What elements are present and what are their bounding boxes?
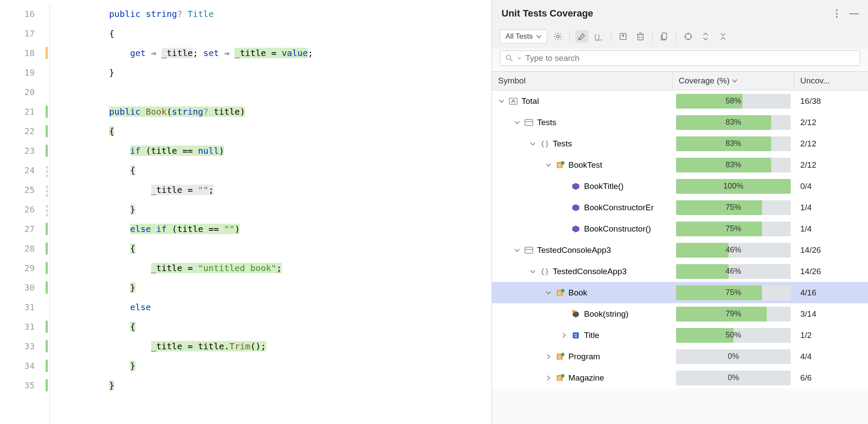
copy-icon[interactable] (658, 30, 671, 43)
code-line[interactable]: _title = "untitled book"; (67, 258, 492, 278)
uncovered-cell: 3/14 (794, 309, 868, 319)
collapse-all-icon[interactable] (716, 30, 729, 43)
coverage-bar: 100% (676, 179, 791, 194)
tree-row[interactable]: CBookTest83%2/12 (492, 154, 868, 176)
chevron-right-icon[interactable] (545, 375, 552, 381)
code-line[interactable]: else if (title == "") (67, 219, 492, 239)
chevron-placeholder (561, 224, 568, 234)
uncovered-cell: 14/26 (794, 245, 868, 255)
code-line[interactable]: { (67, 161, 492, 180)
code-line[interactable]: _title = ""; (67, 180, 492, 200)
tree-row[interactable]: {}TestedConsoleApp346%14/26 (492, 261, 868, 282)
line-number: 33 (0, 337, 35, 356)
code-line[interactable]: { (67, 239, 492, 258)
line-number: 27 (0, 219, 35, 239)
chevron-placeholder (561, 309, 568, 319)
coverage-bar: 75% (676, 222, 791, 236)
code-line[interactable]: { (67, 122, 492, 141)
col-header-symbol[interactable]: Symbol (492, 71, 673, 90)
delete-icon[interactable] (634, 30, 647, 43)
highlight-toggle-icon[interactable] (575, 30, 588, 43)
tree-row[interactable]: Tests83%2/12 (492, 112, 868, 133)
code-line[interactable]: } (67, 200, 492, 219)
line-number: 20 (0, 83, 35, 102)
symbol-cell: Title (492, 331, 673, 340)
code-line[interactable]: } (67, 356, 492, 376)
symbol-cell: BookConstructor() (492, 224, 673, 234)
line-number: 25 (0, 180, 35, 200)
code-line[interactable]: if (title == null) (67, 141, 492, 161)
show-hot-spots-icon[interactable]: { } (593, 30, 606, 43)
chevron-down-icon[interactable] (514, 120, 521, 125)
code-line[interactable]: { (67, 24, 492, 43)
coverage-bar: 46% (676, 243, 791, 258)
tree-row[interactable]: TestedConsoleApp346%14/26 (492, 239, 868, 261)
uncovered-cell: 1/2 (794, 331, 868, 340)
proj-icon (524, 245, 534, 255)
svg-text:C: C (558, 163, 561, 168)
tree-row[interactable]: {}Tests83%2/12 (492, 133, 868, 154)
chevron-right-icon[interactable] (561, 333, 568, 338)
separator (570, 31, 570, 42)
tree-row[interactable]: CMagazine0%6/6 (492, 367, 868, 388)
coverage-bar: 0% (676, 349, 791, 364)
tests-scope-dropdown[interactable]: All Tests (500, 30, 547, 43)
search-input[interactable] (525, 53, 855, 63)
svg-text:C: C (558, 376, 561, 381)
chevron-down-icon[interactable] (545, 290, 552, 295)
svg-marker-36 (572, 225, 579, 232)
tree-row[interactable]: CBook75%4/16 (492, 282, 868, 303)
tree-row[interactable]: BookTitle()100%0/4 (492, 176, 868, 197)
tree-label: TestedConsoleApp3 (537, 245, 611, 255)
method-icon (571, 182, 581, 191)
code-line[interactable]: else (67, 298, 492, 317)
svg-point-25 (506, 55, 511, 60)
col-header-uncovered[interactable]: Uncov... (794, 71, 868, 90)
tree-row[interactable]: Title50%1/2 (492, 325, 868, 346)
code-line[interactable]: } (67, 278, 492, 298)
tree-row[interactable]: CProgram0%4/4 (492, 346, 868, 367)
uncovered-cell: 4/16 (794, 288, 868, 298)
code-line[interactable] (67, 83, 492, 102)
coverage-bar: 0% (676, 371, 791, 385)
chevron-down-icon[interactable] (529, 269, 536, 274)
code-editor[interactable]: 1617181920212223242526272829303131333435… (0, 0, 492, 424)
uncovered-cell: 14/26 (794, 267, 868, 276)
code-line[interactable]: } (67, 376, 492, 395)
line-number: 26 (0, 200, 35, 219)
tree-row[interactable]: BookConstructorEr75%1/4 (492, 197, 868, 218)
chevron-down-icon[interactable] (545, 162, 552, 168)
svg-marker-34 (572, 183, 579, 190)
uncovered-cell: 6/6 (794, 373, 868, 383)
options-icon[interactable]: ⋮ (832, 9, 841, 18)
tree-row[interactable]: Total58%16/38 (492, 90, 868, 112)
code-line[interactable]: { (67, 317, 492, 337)
code-line[interactable]: public string? Title (67, 4, 492, 24)
target-icon[interactable] (682, 30, 695, 43)
tree-row[interactable]: ✸Book(string)79%3/14 (492, 303, 868, 325)
coverage-tree[interactable]: Total58%16/38Tests83%2/12{}Tests83%2/12C… (492, 90, 868, 388)
code-area[interactable]: public string? Title { get ⇒ _title; set… (50, 4, 492, 424)
line-number: 18 (0, 43, 35, 63)
class-icon: C (555, 160, 565, 170)
chevron-down-icon[interactable] (514, 248, 521, 253)
method-icon (571, 203, 581, 212)
chevron-down-icon[interactable] (498, 99, 505, 104)
tree-label: Book(string) (584, 309, 628, 319)
export-icon[interactable] (617, 30, 630, 43)
prop-icon (571, 331, 581, 340)
coverage-bar: 83% (676, 115, 791, 130)
code-line[interactable]: _title = title.Trim(); (67, 337, 492, 356)
tree-row[interactable]: BookConstructor()75%1/4 (492, 218, 868, 239)
code-line[interactable]: get ⇒ _title; set ⇒ _title = value; (67, 43, 492, 63)
col-header-coverage[interactable]: Coverage (%) (673, 71, 794, 90)
search-box[interactable] (500, 50, 860, 66)
chevron-right-icon[interactable] (545, 354, 552, 359)
expand-collapse-icon[interactable] (699, 30, 712, 43)
code-line[interactable]: } (67, 63, 492, 83)
tree-label: TestedConsoleApp3 (553, 267, 627, 276)
minimize-icon[interactable]: — (850, 9, 858, 18)
code-line[interactable]: public Book(string? title) (67, 102, 492, 122)
settings-icon[interactable] (551, 30, 564, 43)
chevron-down-icon[interactable] (529, 141, 536, 146)
